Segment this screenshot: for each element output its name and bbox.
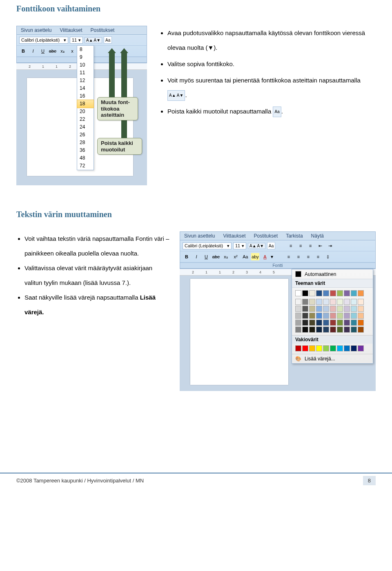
color-swatch[interactable] [330, 327, 336, 333]
size-option[interactable]: 20 [77, 108, 94, 116]
tab-references[interactable]: Viittaukset [219, 232, 249, 240]
size-option[interactable]: 48 [77, 154, 94, 162]
align-right-icon[interactable]: ≡ [304, 253, 312, 260]
shrink-font-icon[interactable]: A▼ [94, 38, 101, 42]
font-color-button[interactable]: A [261, 253, 269, 260]
justify-icon[interactable]: ≡ [314, 253, 322, 260]
superscript-button[interactable]: x [68, 47, 76, 55]
color-swatch[interactable] [351, 299, 357, 305]
color-swatch[interactable] [337, 299, 343, 305]
color-swatch[interactable] [295, 306, 301, 312]
tab-view[interactable]: Näytä [307, 232, 328, 240]
color-swatch[interactable] [344, 313, 350, 319]
clear-formatting-button[interactable]: Aa [267, 242, 275, 249]
color-swatch[interactable] [309, 290, 315, 296]
color-swatch[interactable] [351, 313, 357, 319]
superscript-button[interactable]: x² [232, 253, 240, 260]
clear-formatting-button[interactable]: Aa [104, 36, 112, 44]
color-swatch[interactable] [358, 313, 364, 319]
tab-mailings[interactable]: Postitukset [250, 232, 282, 240]
color-swatch[interactable] [309, 327, 315, 333]
color-swatch[interactable] [330, 313, 336, 319]
color-swatch[interactable] [295, 299, 301, 305]
bold-button[interactable]: B [183, 253, 191, 260]
color-swatch[interactable] [344, 327, 350, 333]
color-swatch[interactable] [351, 345, 357, 351]
size-option[interactable]: 22 [77, 116, 94, 123]
color-swatch[interactable] [351, 320, 357, 326]
italic-button[interactable]: I [29, 47, 37, 55]
color-swatch[interactable] [309, 306, 315, 312]
grow-shrink-font[interactable]: A▲ A▼ [85, 37, 102, 43]
tab-references[interactable]: Viittaukset [56, 26, 86, 34]
color-swatch[interactable] [330, 290, 336, 296]
color-swatch[interactable] [309, 299, 315, 305]
font-size-list[interactable]: 8 9 10 11 12 14 16 18 20 22 24 26 28 36 … [77, 45, 94, 170]
color-swatch[interactable] [358, 306, 364, 312]
color-swatch[interactable] [323, 320, 329, 326]
color-swatch[interactable] [302, 327, 308, 333]
color-swatch[interactable] [295, 290, 301, 296]
color-swatch[interactable] [316, 320, 322, 326]
decrease-indent-icon[interactable]: ⇤ [316, 242, 324, 249]
size-option[interactable]: 28 [77, 139, 94, 147]
strike-button[interactable]: abe [49, 47, 57, 55]
color-swatch[interactable] [316, 313, 322, 319]
font-name-dropdown[interactable]: Calibri (Leipäteksti) ▾ [183, 242, 232, 249]
size-option[interactable]: 26 [77, 131, 94, 139]
align-left-icon[interactable]: ≡ [285, 253, 293, 260]
color-swatch[interactable] [344, 299, 350, 305]
color-swatch[interactable] [323, 299, 329, 305]
color-swatch[interactable] [316, 306, 322, 312]
color-swatch[interactable] [309, 345, 315, 351]
color-swatch[interactable] [316, 299, 322, 305]
font-color-menu[interactable]: Automaattinen Teeman värit Vakiovärit 🎨 … [292, 269, 373, 364]
italic-button[interactable]: I [192, 253, 200, 260]
highlight-button[interactable]: aby [251, 253, 259, 260]
color-swatch[interactable] [316, 327, 322, 333]
list-number-icon[interactable]: ≡ [296, 242, 305, 249]
grow-font-icon[interactable]: A▲ [86, 38, 93, 42]
subscript-button[interactable]: x₂ [222, 253, 230, 260]
color-swatch[interactable] [309, 320, 315, 326]
color-swatch[interactable] [302, 320, 308, 326]
color-swatch[interactable] [330, 306, 336, 312]
color-swatch[interactable] [337, 306, 343, 312]
font-color-dropdown-arrow[interactable]: ▾ [271, 254, 273, 260]
size-option[interactable]: 9 [77, 53, 94, 61]
color-swatch[interactable] [337, 327, 343, 333]
color-swatch[interactable] [344, 345, 350, 351]
grow-shrink-font[interactable]: A▲ A▼ [248, 243, 265, 249]
color-swatch[interactable] [295, 320, 301, 326]
line-spacing-icon[interactable]: ‡ [324, 253, 332, 260]
subscript-button[interactable]: x₂ [58, 47, 67, 55]
color-swatch[interactable] [358, 290, 364, 296]
color-swatch[interactable] [337, 320, 343, 326]
color-swatch[interactable] [337, 345, 343, 351]
color-swatch[interactable] [323, 306, 329, 312]
size-option[interactable]: 10 [77, 61, 94, 69]
underline-button[interactable]: U [39, 47, 47, 55]
tab-page-layout[interactable]: Sivun asettelu [180, 232, 219, 240]
color-swatch[interactable] [330, 345, 336, 351]
font-size-dropdown[interactable]: 11 ▾ [70, 37, 83, 44]
size-option[interactable]: 8 [77, 46, 94, 53]
color-swatch[interactable] [295, 327, 301, 333]
color-swatch[interactable] [309, 313, 315, 319]
color-swatch[interactable] [323, 290, 329, 296]
align-center-icon[interactable]: ≡ [294, 253, 303, 260]
color-swatch[interactable] [302, 306, 308, 312]
size-option[interactable]: 12 [77, 77, 94, 84]
list-bullet-icon[interactable]: ≡ [287, 242, 295, 249]
bold-button[interactable]: B [19, 47, 27, 55]
size-option[interactable]: 36 [77, 147, 94, 154]
multilevel-list-icon[interactable]: ≡ [306, 242, 314, 249]
size-option[interactable]: 24 [77, 123, 94, 131]
color-swatch[interactable] [344, 306, 350, 312]
tab-page-layout[interactable]: Sivun asettelu [17, 26, 56, 34]
shrink-font-icon[interactable]: A▼ [257, 244, 264, 248]
size-option[interactable]: 14 [77, 84, 94, 92]
change-case-button[interactable]: Aa [241, 253, 249, 260]
font-size-dropdown[interactable]: 11 ▾ [233, 242, 246, 249]
color-swatch[interactable] [358, 299, 364, 305]
